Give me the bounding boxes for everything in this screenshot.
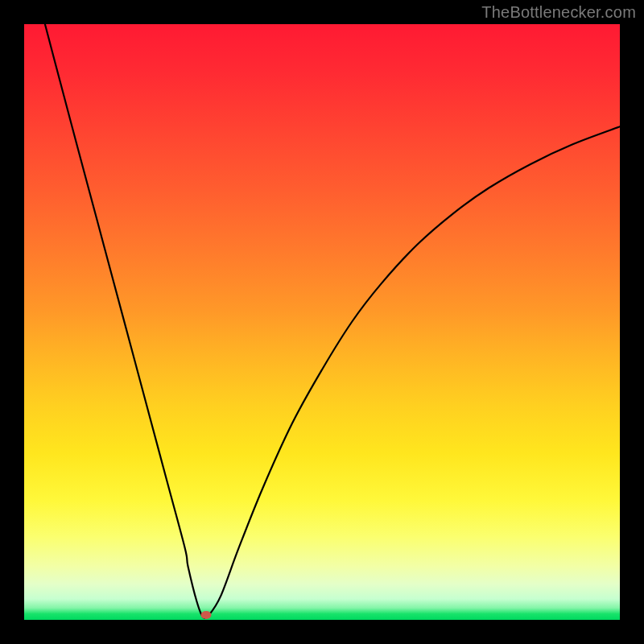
minimum-marker bbox=[200, 611, 211, 619]
plot-area bbox=[24, 24, 620, 620]
watermark-text: TheBottlenecker.com bbox=[481, 3, 636, 22]
chart-frame: TheBottlenecker.com bbox=[0, 0, 644, 644]
bottleneck-curve bbox=[24, 24, 620, 620]
